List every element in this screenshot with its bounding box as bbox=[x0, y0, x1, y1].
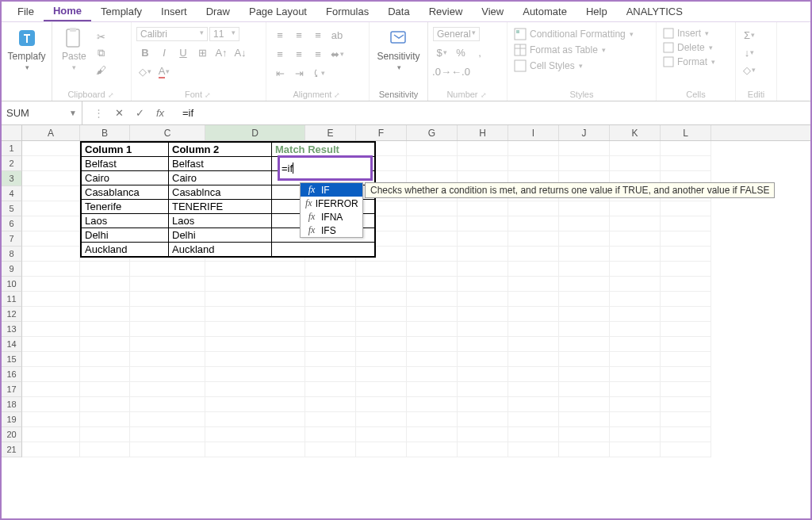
grid-cell[interactable] bbox=[407, 262, 458, 277]
fill-color-button[interactable]: ◇▾ bbox=[136, 63, 154, 79]
formula-autocomplete[interactable]: fxIF fxIFERROR fxIFNA fxIFS bbox=[300, 182, 363, 238]
grid-cell[interactable] bbox=[458, 442, 508, 457]
row-header-10[interactable]: 10 bbox=[2, 277, 22, 292]
grid-cell[interactable] bbox=[610, 156, 661, 171]
delete-cells-button[interactable]: Delete▾ bbox=[661, 41, 714, 54]
grid-cell[interactable] bbox=[305, 382, 356, 397]
grid-cell[interactable] bbox=[22, 216, 80, 231]
grid-cell[interactable] bbox=[559, 427, 610, 442]
grid-cell[interactable] bbox=[130, 307, 205, 322]
col-header-e[interactable]: E bbox=[305, 125, 356, 140]
font-color-button[interactable]: A▾ bbox=[155, 63, 173, 79]
grid-cell[interactable] bbox=[508, 367, 559, 382]
grid-cell[interactable] bbox=[458, 141, 508, 156]
grid-cell[interactable] bbox=[356, 397, 407, 412]
orientation-icon[interactable]: ⤹▾ bbox=[309, 65, 327, 81]
grid-cell[interactable] bbox=[407, 427, 458, 442]
increase-decimal-icon[interactable]: .0→ bbox=[433, 63, 450, 79]
formula-input[interactable]: =if bbox=[176, 107, 810, 119]
grid-cell[interactable] bbox=[661, 412, 711, 427]
row-header-14[interactable]: 14 bbox=[2, 337, 22, 352]
grid-cell[interactable] bbox=[130, 322, 205, 337]
decrease-font-button[interactable]: A↓ bbox=[232, 44, 249, 60]
grid-cell[interactable] bbox=[458, 367, 508, 382]
grid-cell[interactable] bbox=[508, 277, 559, 292]
cell-c7[interactable]: Laos bbox=[169, 214, 272, 228]
menu-view[interactable]: View bbox=[472, 2, 513, 21]
grid-cell[interactable] bbox=[458, 247, 508, 262]
cell-c9[interactable]: Auckland bbox=[169, 243, 272, 257]
decrease-decimal-icon[interactable]: ←.0 bbox=[452, 63, 469, 79]
border-button[interactable]: ⊞ bbox=[193, 44, 211, 60]
menu-data[interactable]: Data bbox=[378, 2, 419, 21]
cell-d9[interactable] bbox=[272, 243, 375, 257]
row-header-19[interactable]: 19 bbox=[2, 412, 22, 427]
grid-cell[interactable] bbox=[80, 277, 130, 292]
align-top-icon[interactable]: ≡ bbox=[271, 27, 289, 43]
grid-cell[interactable] bbox=[305, 352, 356, 367]
menu-insert[interactable]: Insert bbox=[151, 2, 197, 21]
grid-cell[interactable] bbox=[559, 216, 610, 231]
grid-cell[interactable] bbox=[22, 382, 80, 397]
grid-cell[interactable] bbox=[610, 201, 661, 216]
grid-cell[interactable] bbox=[80, 262, 130, 277]
col-header-c[interactable]: C bbox=[130, 125, 205, 140]
grid-cell[interactable] bbox=[22, 156, 80, 171]
conditional-formatting-button[interactable]: Conditional Formatting▾ bbox=[512, 27, 635, 41]
grid-cell[interactable] bbox=[407, 247, 458, 262]
grid-cell[interactable] bbox=[305, 277, 356, 292]
grid-cell[interactable] bbox=[458, 201, 508, 216]
worksheet[interactable]: A B C D E F G H I J K L 1234567891011121… bbox=[2, 125, 810, 457]
col-header-h[interactable]: H bbox=[458, 125, 508, 140]
grid-cell[interactable] bbox=[559, 367, 610, 382]
menu-review[interactable]: Review bbox=[419, 2, 473, 21]
row-header-11[interactable]: 11 bbox=[2, 292, 22, 307]
row-header-16[interactable]: 16 bbox=[2, 367, 22, 382]
grid-cell[interactable] bbox=[559, 412, 610, 427]
grid-cell[interactable] bbox=[508, 156, 559, 171]
row-header-9[interactable]: 9 bbox=[2, 262, 22, 277]
grid-cell[interactable] bbox=[661, 277, 711, 292]
grid-cell[interactable] bbox=[407, 412, 458, 427]
grid-cell[interactable] bbox=[305, 397, 356, 412]
grid-cell[interactable] bbox=[130, 427, 205, 442]
menu-help[interactable]: Help bbox=[576, 2, 617, 21]
grid-cell[interactable] bbox=[130, 337, 205, 352]
row-header-17[interactable]: 17 bbox=[2, 382, 22, 397]
copy-icon[interactable]: ⧉ bbox=[93, 45, 110, 61]
grid-cell[interactable] bbox=[458, 307, 508, 322]
grid-cell[interactable] bbox=[559, 262, 610, 277]
grid-cell[interactable] bbox=[508, 262, 559, 277]
grid-cell[interactable] bbox=[559, 352, 610, 367]
grid-cell[interactable] bbox=[130, 277, 205, 292]
grid-cell[interactable] bbox=[22, 322, 80, 337]
grid-cell[interactable] bbox=[508, 427, 559, 442]
grid-cell[interactable] bbox=[559, 247, 610, 262]
grid-cell[interactable] bbox=[661, 156, 711, 171]
row-header-2[interactable]: 2 bbox=[2, 156, 22, 171]
grid-cell[interactable] bbox=[22, 247, 80, 262]
grid-cell[interactable] bbox=[305, 322, 356, 337]
grid-cell[interactable] bbox=[610, 382, 661, 397]
grid-cell[interactable] bbox=[80, 397, 130, 412]
cell-b8[interactable]: Delhi bbox=[82, 228, 169, 243]
templafy-button[interactable]: Templafy ▾ bbox=[2, 25, 50, 73]
grid-cell[interactable] bbox=[559, 322, 610, 337]
grid-cell[interactable] bbox=[305, 367, 356, 382]
grid-cell[interactable] bbox=[559, 277, 610, 292]
col-header-k[interactable]: K bbox=[610, 125, 661, 140]
header-match-result[interactable]: Match Result bbox=[272, 143, 375, 157]
grid-cell[interactable] bbox=[205, 322, 305, 337]
grid-cell[interactable] bbox=[407, 292, 458, 307]
grid-cell[interactable] bbox=[356, 277, 407, 292]
grid-cell[interactable] bbox=[356, 292, 407, 307]
grid-cell[interactable] bbox=[130, 262, 205, 277]
grid-cell[interactable] bbox=[610, 292, 661, 307]
col-header-d[interactable]: D bbox=[205, 125, 305, 140]
grid-cell[interactable] bbox=[205, 292, 305, 307]
fx-icon[interactable]: fx bbox=[152, 107, 168, 119]
grid-cell[interactable] bbox=[22, 141, 80, 156]
grid-cell[interactable] bbox=[610, 141, 661, 156]
grid-cell[interactable] bbox=[356, 382, 407, 397]
cell-b3[interactable]: Belfast bbox=[82, 157, 169, 171]
